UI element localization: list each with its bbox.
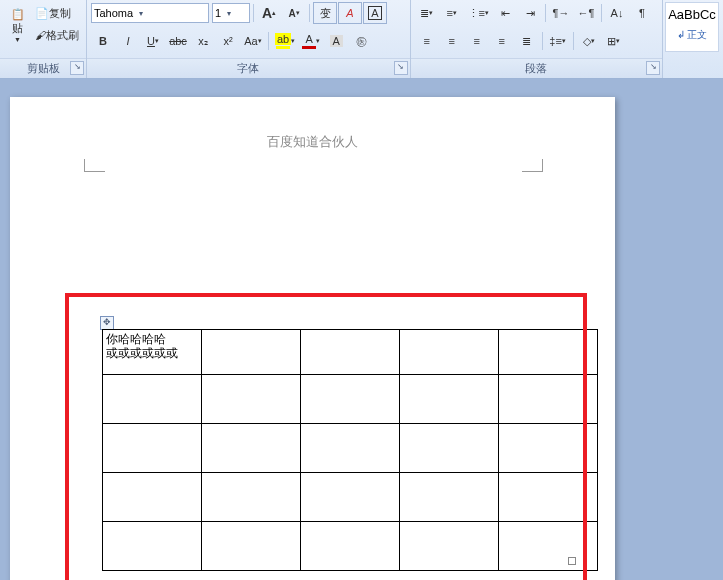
style-sample: AaBbCc [666, 7, 718, 22]
bullets-button[interactable]: ≣▾ [415, 2, 439, 24]
header-mark-right [522, 159, 543, 172]
ribbon: 📋 贴 ▼ 📄 复制 🖌 格式刷 剪贴板 ↘ Taho [0, 0, 723, 79]
group-label-clipboard: 剪贴板 ↘ [0, 58, 86, 78]
table-cell[interactable] [400, 473, 499, 522]
justify-button[interactable]: ≡ [490, 30, 514, 52]
italic-button[interactable]: I [116, 30, 140, 52]
table-cell[interactable] [202, 424, 301, 473]
bullets-icon: ≣ [420, 7, 429, 20]
multilevel-button[interactable]: ⋮≡▾ [465, 2, 492, 24]
font-size-combo[interactable]: 1 ▾ [212, 3, 250, 23]
table-row [103, 473, 598, 522]
table-cell[interactable] [103, 473, 202, 522]
align-center-button[interactable]: ≡ [440, 30, 464, 52]
table-cell[interactable]: 你哈哈哈哈 或或或或或或 [103, 330, 202, 375]
borders-button[interactable]: ⊞▾ [602, 30, 626, 52]
table-cell[interactable] [301, 375, 400, 424]
paste-label: 贴 [12, 21, 23, 36]
document-table[interactable]: 你哈哈哈哈 或或或或或或 [102, 329, 598, 571]
table-move-handle[interactable]: ✥ [100, 316, 114, 330]
font-launcher[interactable]: ↘ [394, 61, 408, 75]
brush-icon: 🖌 [35, 29, 46, 41]
char-shading-button[interactable]: A [324, 30, 348, 52]
underline-button[interactable]: U▾ [141, 30, 165, 52]
table-resize-handle[interactable] [568, 557, 576, 565]
clear-format-button[interactable]: A [338, 2, 362, 24]
grow-font-button[interactable]: A▴ [257, 2, 281, 24]
table-cell[interactable] [103, 375, 202, 424]
font-color-button[interactable]: A ▾ [299, 30, 323, 52]
document-area: 百度知道合伙人 ✥ 你哈哈哈哈 或或或或或或 [0, 79, 723, 580]
copy-button[interactable]: 📄 复制 [32, 2, 82, 24]
separator [573, 32, 574, 50]
font-size-value: 1 [215, 7, 221, 19]
page[interactable]: 百度知道合伙人 ✥ 你哈哈哈哈 或或或或或或 [10, 97, 615, 580]
font-name-combo[interactable]: Tahoma ▾ [91, 3, 209, 23]
enclose-char-button[interactable]: ㊩ [349, 30, 373, 52]
paragraph-launcher[interactable]: ↘ [646, 61, 660, 75]
align-left-button[interactable]: ≡ [415, 30, 439, 52]
font-name-value: Tahoma [94, 7, 133, 19]
superscript-button[interactable]: x² [216, 30, 240, 52]
rtl-button[interactable]: ←¶ [574, 2, 598, 24]
char-border-button[interactable]: A [363, 2, 387, 24]
table-cell[interactable] [301, 522, 400, 571]
separator [253, 4, 254, 22]
bold-button[interactable]: B [91, 30, 115, 52]
paste-icon: 📋 [11, 8, 25, 21]
subscript-button[interactable]: x₂ [191, 30, 215, 52]
table-cell[interactable] [202, 375, 301, 424]
increase-indent-button[interactable]: ⇥ [518, 2, 542, 24]
table-row [103, 424, 598, 473]
table-cell[interactable] [499, 473, 598, 522]
strike-button[interactable]: abc [166, 30, 190, 52]
shrink-font-button[interactable]: A▾ [282, 2, 306, 24]
table-cell[interactable] [400, 424, 499, 473]
table-cell[interactable] [400, 375, 499, 424]
group-label-font: 字体 ↘ [87, 58, 410, 78]
cell-text-line1: 你哈哈哈哈 [106, 332, 166, 346]
chevron-down-icon: ▾ [135, 9, 147, 18]
phonetic-guide-button[interactable]: 变 [313, 2, 337, 24]
table-cell[interactable] [103, 522, 202, 571]
table-row [103, 522, 598, 571]
chevron-down-icon: ▾ [223, 9, 235, 18]
table-cell[interactable] [202, 330, 301, 375]
distribute-icon: ≣ [522, 35, 531, 48]
table-cell[interactable] [499, 424, 598, 473]
table-cell[interactable] [301, 424, 400, 473]
clipboard-launcher[interactable]: ↘ [70, 61, 84, 75]
shading-button[interactable]: ◇▾ [577, 30, 601, 52]
table-cell[interactable] [499, 330, 598, 375]
paste-button[interactable]: 📋 贴 ▼ [4, 2, 31, 48]
table-cell[interactable] [400, 522, 499, 571]
table-cell[interactable] [103, 424, 202, 473]
line-spacing-button[interactable]: ‡≡▾ [546, 30, 570, 52]
page-header[interactable]: 百度知道合伙人 [10, 133, 615, 151]
table-cell[interactable] [202, 473, 301, 522]
style-normal[interactable]: AaBbCc ↲ 正文 [665, 2, 719, 52]
bucket-icon: ◇ [583, 35, 591, 48]
align-right-button[interactable]: ≡ [465, 30, 489, 52]
change-case-button[interactable]: Aa▾ [241, 30, 265, 52]
sort-button[interactable]: A↓ [605, 2, 629, 24]
decrease-indent-button[interactable]: ⇤ [493, 2, 517, 24]
ltr-button[interactable]: ¶→ [549, 2, 573, 24]
line-spacing-icon: ‡≡ [549, 35, 562, 47]
separator [545, 4, 546, 22]
align-right-icon: ≡ [473, 35, 479, 47]
table-cell[interactable] [301, 330, 400, 375]
pilcrow-icon: ¶ [639, 7, 645, 19]
distribute-button[interactable]: ≣ [515, 30, 539, 52]
sort-icon: A↓ [611, 7, 624, 19]
table-cell[interactable] [301, 473, 400, 522]
table-row [103, 375, 598, 424]
highlight-button[interactable]: ab ▾ [272, 30, 298, 52]
table-cell[interactable] [499, 522, 598, 571]
numbering-button[interactable]: ≡▾ [440, 2, 464, 24]
table-cell[interactable] [400, 330, 499, 375]
table-cell[interactable] [499, 375, 598, 424]
table-cell[interactable] [202, 522, 301, 571]
show-marks-button[interactable]: ¶ [630, 2, 654, 24]
format-painter-button[interactable]: 🖌 格式刷 [32, 24, 82, 46]
